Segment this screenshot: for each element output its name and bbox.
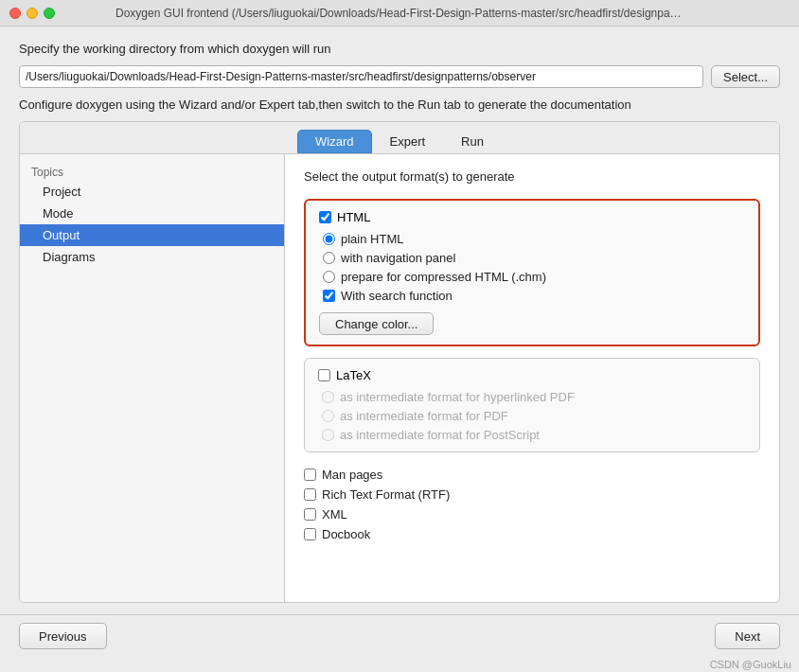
plain-html-row: plain HTML bbox=[323, 232, 745, 246]
maximize-button[interactable] bbox=[44, 8, 55, 19]
close-button[interactable] bbox=[9, 8, 21, 19]
window-title: Doxygen GUI frontend (/Users/liuguokai/D… bbox=[115, 7, 684, 20]
latex-pdf-label: as intermediate format for PDF bbox=[340, 409, 508, 423]
tab-wizard[interactable]: Wizard bbox=[297, 130, 371, 153]
working-dir-input[interactable] bbox=[19, 65, 703, 88]
search-checkbox[interactable] bbox=[323, 290, 335, 302]
path-row: Select... bbox=[19, 65, 780, 88]
compressed-radio[interactable] bbox=[323, 271, 335, 283]
wizard-area: Wizard Expert Run Topics Project Mode Ou… bbox=[19, 121, 780, 603]
config-description: Configure doxygen using the Wizard and/o… bbox=[19, 97, 780, 112]
compressed-label: prepare for compressed HTML (.chm) bbox=[341, 270, 546, 284]
latex-label: LaTeX bbox=[336, 368, 371, 382]
sidebar-item-project[interactable]: Project bbox=[20, 181, 284, 203]
with-nav-row: with navigation panel bbox=[323, 251, 745, 265]
with-nav-label: with navigation panel bbox=[341, 251, 455, 265]
search-row: With search function bbox=[323, 289, 745, 303]
man-pages-checkbox[interactable] bbox=[304, 469, 316, 481]
working-dir-label: Specify the working directory from which… bbox=[19, 42, 780, 56]
traffic-lights bbox=[9, 8, 55, 19]
select-button[interactable]: Select... bbox=[711, 65, 780, 88]
rtf-checkbox[interactable] bbox=[304, 488, 316, 501]
html-section: HTML plain HTML with navigation panel bbox=[304, 199, 760, 346]
bottom-bar: Previous Next bbox=[0, 614, 799, 657]
change-color-button[interactable]: Change color... bbox=[319, 312, 434, 335]
plain-html-radio[interactable] bbox=[323, 233, 335, 245]
search-label: With search function bbox=[341, 289, 453, 303]
man-pages-label: Man pages bbox=[322, 468, 382, 482]
html-radio-group: plain HTML with navigation panel prepare… bbox=[323, 232, 745, 303]
xml-row: XML bbox=[304, 507, 760, 522]
sidebar: Topics Project Mode Output Diagrams bbox=[20, 154, 285, 602]
latex-section-header: LaTeX bbox=[318, 368, 746, 382]
compressed-row: prepare for compressed HTML (.chm) bbox=[323, 270, 745, 284]
latex-hyperlinked-label: as intermediate format for hyperlinked P… bbox=[340, 390, 575, 404]
output-section-title: Select the output format(s) to generate bbox=[304, 169, 760, 184]
sidebar-item-mode[interactable]: Mode bbox=[20, 203, 284, 224]
latex-hyperlinked-radio[interactable] bbox=[322, 391, 334, 403]
sidebar-item-output[interactable]: Output bbox=[20, 224, 284, 246]
right-panel: Select the output format(s) to generate … bbox=[285, 154, 779, 602]
rtf-label: Rich Text Format (RTF) bbox=[322, 487, 450, 502]
other-formats: Man pages Rich Text Format (RTF) XML Doc… bbox=[304, 468, 760, 541]
html-section-header: HTML bbox=[319, 210, 745, 224]
main-area: Specify the working directory from which… bbox=[0, 27, 799, 614]
html-label: HTML bbox=[337, 210, 370, 224]
latex-pdf-row: as intermediate format for PDF bbox=[322, 409, 746, 423]
latex-postscript-radio[interactable] bbox=[322, 429, 334, 441]
content-area: Topics Project Mode Output Diagrams Sele… bbox=[20, 154, 779, 602]
tabs-bar: Wizard Expert Run bbox=[20, 122, 779, 154]
docbook-row: Docbook bbox=[304, 527, 760, 541]
latex-radio-group: as intermediate format for hyperlinked P… bbox=[322, 390, 746, 442]
sidebar-item-diagrams[interactable]: Diagrams bbox=[20, 246, 284, 268]
tab-run[interactable]: Run bbox=[443, 130, 502, 153]
latex-postscript-label: as intermediate format for PostScript bbox=[340, 428, 540, 442]
with-nav-radio[interactable] bbox=[323, 252, 335, 264]
tab-expert[interactable]: Expert bbox=[372, 130, 444, 153]
latex-postscript-row: as intermediate format for PostScript bbox=[322, 428, 746, 442]
minimize-button[interactable] bbox=[27, 8, 38, 19]
latex-pdf-radio[interactable] bbox=[322, 410, 334, 422]
titlebar: Doxygen GUI frontend (/Users/liuguokai/D… bbox=[0, 0, 799, 27]
plain-html-label: plain HTML bbox=[341, 232, 403, 246]
next-button[interactable]: Next bbox=[715, 623, 780, 649]
previous-button[interactable]: Previous bbox=[19, 623, 107, 649]
sidebar-section-label: Topics bbox=[20, 162, 284, 181]
html-checkbox[interactable] bbox=[319, 211, 331, 223]
docbook-label: Docbook bbox=[322, 527, 370, 541]
rtf-row: Rich Text Format (RTF) bbox=[304, 487, 760, 502]
latex-section: LaTeX as intermediate format for hyperli… bbox=[304, 358, 760, 452]
watermark: CSDN @GuokLiu bbox=[0, 657, 799, 672]
latex-checkbox[interactable] bbox=[318, 369, 330, 381]
xml-checkbox[interactable] bbox=[304, 508, 316, 521]
man-pages-row: Man pages bbox=[304, 468, 760, 482]
xml-label: XML bbox=[322, 507, 347, 522]
docbook-checkbox[interactable] bbox=[304, 528, 316, 540]
latex-hyperlinked-row: as intermediate format for hyperlinked P… bbox=[322, 390, 746, 404]
